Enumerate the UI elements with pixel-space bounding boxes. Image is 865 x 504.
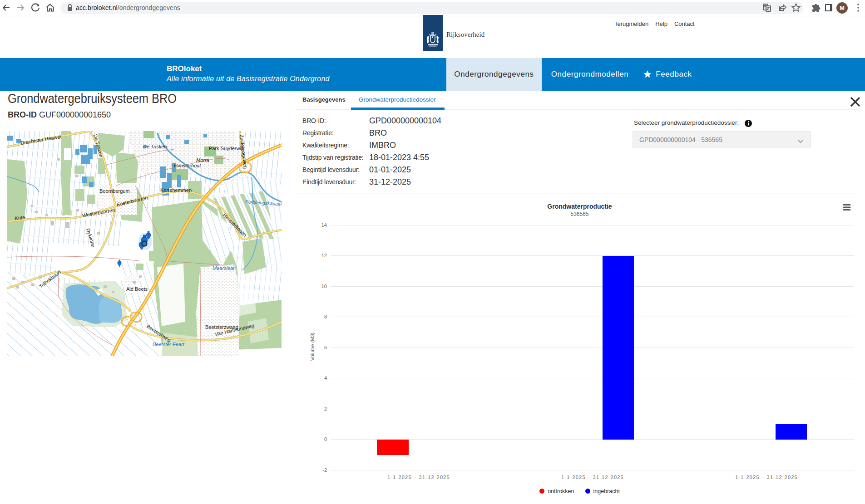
svg-text:Boornbergum: Boornbergum: [99, 188, 130, 194]
svg-text:Kortehemmen: Kortehemmen: [160, 187, 192, 193]
svg-text:Krite: Krite: [15, 215, 25, 221]
svg-text:Park Suyderwijk: Park Suyderwijk: [209, 146, 245, 151]
svg-text:Himsterhout: Himsterhout: [174, 163, 201, 168]
svg-text:De Trisken: De Trisken: [143, 144, 167, 149]
svg-text:Ald Beets: Ald Beets: [126, 286, 148, 292]
svg-text:Mearsleat: Mearsleat: [213, 265, 235, 271]
svg-text:Morra: Morra: [196, 157, 209, 163]
svg-text:Beetster Feart: Beetster Feart: [153, 342, 185, 347]
